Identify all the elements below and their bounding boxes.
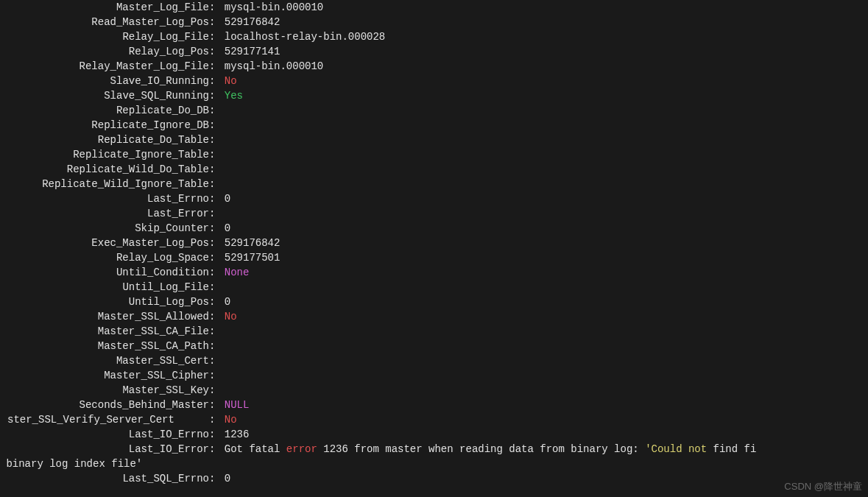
status-label: ster_SSL_Verify_Server_Cert [0, 412, 209, 427]
status-label: Read_Master_Log_Pos [0, 15, 209, 29]
status-label: Replicate_Do_DB [0, 103, 209, 118]
status-row: Seconds_Behind_Master: NULL [0, 398, 868, 412]
status-row: Master_SSL_CA_File: [0, 324, 868, 339]
status-row: Replicate_Ignore_Table: [0, 147, 868, 162]
status-row: Master_Log_File: mysql-bin.000010 [0, 0, 868, 15]
status-row: Exec_Master_Log_Pos: 529176842 [0, 236, 868, 250]
status-row: Replicate_Do_Table: [0, 133, 868, 147]
separator: : [209, 280, 225, 295]
status-value: 0 [225, 191, 230, 206]
separator: : [209, 0, 225, 15]
status-value: 0 [225, 295, 230, 309]
separator: : [209, 44, 225, 59]
last-io-error-value: Got fatal error 1236 from master when re… [225, 442, 757, 457]
separator: : [209, 88, 225, 103]
status-row: Last_IO_Error: Got fatal error 1236 from… [0, 442, 868, 457]
status-value: localhost-relay-bin.000028 [225, 29, 385, 44]
separator: : [209, 295, 225, 309]
status-row: Last_IO_Errno: 1236 [0, 427, 868, 442]
status-label: Relay_Log_Pos [0, 44, 209, 59]
status-row: Last_Error: [0, 206, 868, 221]
status-label: Last_IO_Error [0, 442, 209, 457]
status-label: Until_Log_File [0, 280, 209, 295]
status-label: Seconds_Behind_Master [0, 398, 209, 412]
separator: : [209, 177, 225, 191]
status-row-wrap: binary log index file' [0, 457, 868, 471]
status-label: Skip_Counter [0, 221, 209, 236]
status-label: Slave_SQL_Running [0, 88, 209, 103]
status-row: Replicate_Wild_Ignore_Table: [0, 177, 868, 191]
status-row: Slave_IO_Running: No [0, 74, 868, 88]
separator: : [209, 191, 225, 206]
status-label: Master_SSL_CA_Path [0, 339, 209, 353]
status-value: 0 [225, 221, 230, 236]
separator: : [209, 324, 225, 339]
status-row: Relay_Log_Space: 529177501 [0, 250, 868, 265]
separator: : [209, 250, 225, 265]
status-row: Read_Master_Log_Pos: 529176842 [0, 15, 868, 29]
separator: : [209, 398, 225, 412]
status-label: Until_Log_Pos [0, 295, 209, 309]
error-fragment: 1236 from master when reading data from … [317, 443, 645, 455]
separator: : [209, 29, 225, 44]
separator: : [209, 103, 225, 118]
status-label: Relay_Log_File [0, 29, 209, 44]
status-label: Master_SSL_Cipher [0, 368, 209, 383]
error-fragment: error [286, 443, 317, 455]
status-row: Until_Log_File: [0, 280, 868, 295]
error-fragment: 'Could not [645, 443, 707, 455]
status-value: No [225, 309, 237, 324]
status-row: Last_SQL_Errno: 0 [0, 471, 868, 486]
separator: : [209, 162, 225, 177]
separator: : [209, 59, 225, 74]
status-row: Master_SSL_Key: [0, 383, 868, 398]
status-value: No [225, 412, 237, 427]
status-value: No [225, 74, 237, 88]
status-label: Master_SSL_Cert [0, 353, 209, 368]
status-label: Master_SSL_CA_File [0, 324, 209, 339]
status-label: Last_SQL_Errno [0, 471, 209, 486]
separator: : [209, 368, 225, 383]
status-row: Master_SSL_Allowed: No [0, 309, 868, 324]
status-value: NULL [225, 398, 250, 412]
separator: : [209, 427, 225, 442]
status-label: Exec_Master_Log_Pos [0, 236, 209, 250]
terminal-output[interactable]: Master_Log_File: mysql-bin.000010Read_Ma… [0, 0, 868, 486]
separator: : [209, 265, 225, 280]
separator: : [209, 442, 225, 457]
status-label: Replicate_Wild_Ignore_Table [0, 177, 209, 191]
status-row: Slave_SQL_Running: Yes [0, 88, 868, 103]
status-label: Last_IO_Errno [0, 427, 209, 442]
separator: : [209, 221, 225, 236]
status-label: Master_Log_File [0, 0, 209, 15]
error-wrap-text: binary log index file' [0, 457, 142, 471]
status-label: Relay_Log_Space [0, 250, 209, 265]
status-row: Replicate_Do_DB: [0, 103, 868, 118]
separator: : [209, 206, 225, 221]
separator: : [209, 353, 225, 368]
status-row: Master_SSL_Cert: [0, 353, 868, 368]
status-value: 529177141 [225, 44, 280, 59]
status-value: None [225, 265, 250, 280]
status-value: 529177501 [225, 250, 280, 265]
status-label: Replicate_Wild_Do_Table [0, 162, 209, 177]
status-row: Relay_Log_Pos: 529177141 [0, 44, 868, 59]
status-value: 0 [225, 471, 230, 486]
status-row: Replicate_Wild_Do_Table: [0, 162, 868, 177]
separator: : [209, 147, 225, 162]
status-label: Last_Error [0, 206, 209, 221]
status-value: 1236 [225, 427, 250, 442]
separator: : [209, 339, 225, 353]
separator: : [209, 383, 225, 398]
status-label: Replicate_Do_Table [0, 133, 209, 147]
status-value: 529176842 [225, 15, 280, 29]
status-label: Master_SSL_Allowed [0, 309, 209, 324]
status-row: Master_SSL_CA_Path: [0, 339, 868, 353]
separator: : [209, 74, 225, 88]
status-row: Until_Log_Pos: 0 [0, 295, 868, 309]
status-label: Replicate_Ignore_Table [0, 147, 209, 162]
status-row: Until_Condition: None [0, 265, 868, 280]
separator: : [209, 309, 225, 324]
separator: : [209, 236, 225, 250]
status-row: ster_SSL_Verify_Server_Cert: No [0, 412, 868, 427]
